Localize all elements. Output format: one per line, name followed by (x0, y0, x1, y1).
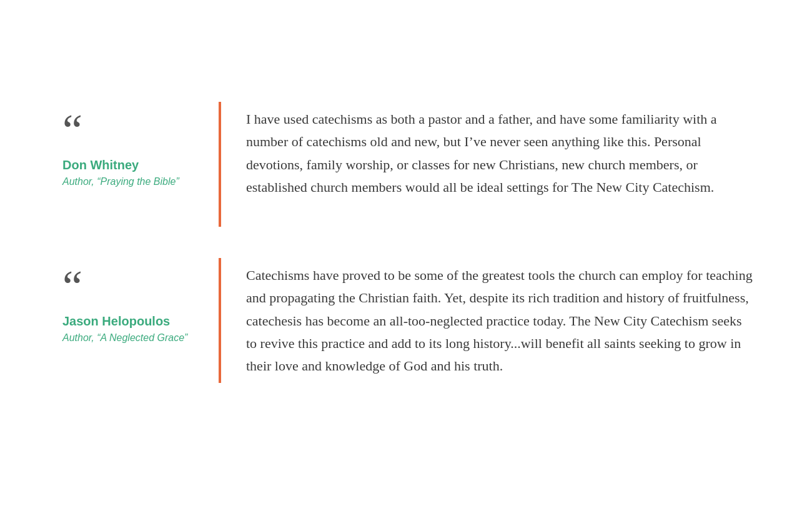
divider-2 (219, 258, 221, 383)
author-title-1: Author, “Praying the Bible” (62, 175, 179, 189)
quote-mark-icon-1: “ (62, 108, 82, 153)
divider-1 (219, 102, 221, 227)
author-section-1: “ Don Whitney Author, “Praying the Bible… (56, 102, 219, 189)
author-section-2: “ Jason Helopoulos Author, “A Neglected … (56, 258, 219, 345)
testimonial-1: “ Don Whitney Author, “Praying the Bible… (56, 102, 756, 227)
author-title-2: Author, “A Neglected Grace” (62, 331, 187, 345)
quote-text-2: Catechisms have proved to be some of the… (246, 258, 756, 377)
quote-text-1: I have used catechisms as both a pastor … (246, 102, 756, 199)
quote-mark-icon-2: “ (62, 264, 82, 309)
page-container: “ Don Whitney Author, “Praying the Bible… (31, 64, 781, 452)
author-name-1: Don Whitney (62, 158, 139, 172)
author-name-2: Jason Helopoulos (62, 314, 170, 329)
testimonial-2: “ Jason Helopoulos Author, “A Neglected … (56, 258, 756, 383)
